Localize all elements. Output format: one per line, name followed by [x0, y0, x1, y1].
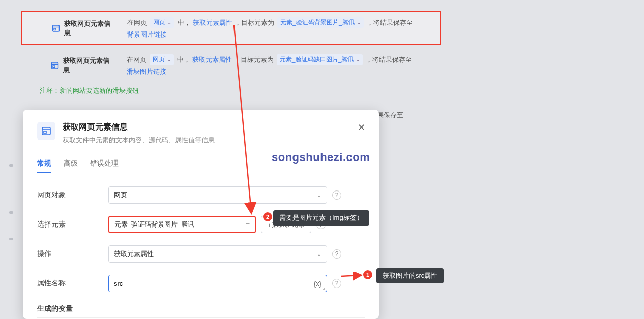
help-icon[interactable]: ?	[332, 190, 341, 200]
web-element-icon	[51, 61, 59, 70]
chevron-down-icon: ⌄	[317, 251, 321, 258]
resize-handle-icon[interactable]	[320, 285, 326, 291]
action-link[interactable]: 获取元素属性	[192, 55, 232, 65]
comment: 注释：新的网站要选新的滑块按钮	[0, 81, 644, 101]
select-page-object[interactable]: 网页 ⌄	[108, 186, 327, 204]
input-attr-name[interactable]: {x}	[108, 275, 327, 292]
svg-line-13	[341, 275, 360, 276]
select-element[interactable]: 元素_验证码背景图片_腾讯 ≡	[108, 216, 256, 233]
attr-name-field[interactable]	[114, 280, 321, 288]
svg-rect-11	[44, 131, 46, 133]
step-description: 在网页 网页⌄ 中， 获取元素属性 ，目标元素为 元素_验证码缺口图片_腾讯⌄ …	[127, 54, 431, 76]
dialog-app-icon	[37, 122, 55, 140]
layers-icon: ≡	[246, 220, 250, 229]
result-link[interactable]: 背景图片链接	[127, 30, 167, 39]
label-generated-variable: 生成的变量	[37, 304, 365, 313]
step-title: 获取网页元素信息	[64, 19, 113, 38]
step-row-2[interactable]: 获取网页元素信息 在网页 网页⌄ 中， 获取元素属性 ，目标元素为 元素_验证码…	[21, 49, 441, 81]
tab-normal[interactable]: 常规	[37, 155, 51, 173]
result-link[interactable]: 滑块图片链接	[127, 67, 166, 76]
annotation-num-2: 2	[263, 212, 272, 221]
step-description: 在网页 网页⌄ 中， 获取元素属性 ，目标元素为 元素_验证码背景图片_腾讯⌄ …	[127, 17, 430, 39]
svg-rect-2	[54, 28, 56, 30]
label-page-object: 网页对象	[37, 190, 108, 200]
tab-error[interactable]: 错误处理	[90, 155, 119, 173]
annotation-tip-element: 需要是图片元素（Img标签）	[273, 210, 369, 226]
dialog-title: 获取网页元素信息	[63, 122, 215, 133]
svg-rect-5	[53, 66, 55, 68]
label-attr-name: 属性名称	[37, 279, 108, 288]
select-operation[interactable]: 获取元素属性 ⌄	[108, 245, 327, 263]
chip-page[interactable]: 网页⌄	[150, 54, 174, 65]
annotation-tip-attr: 获取图片的src属性	[376, 268, 444, 283]
step-row-1[interactable]: 获取网页元素信息 在网页 网页⌄ 中， 获取元素属性 ，目标元素为 元素_验证码…	[21, 11, 441, 45]
close-icon[interactable]: ✕	[357, 123, 366, 132]
tab-advanced[interactable]: 高级	[64, 155, 78, 173]
dialog-subtitle: 获取文件中元素的文本内容、源代码、属性值等信息	[63, 136, 215, 145]
web-element-icon	[52, 24, 60, 33]
label-select-element: 选择元素	[37, 220, 108, 229]
chip-element[interactable]: 元素_验证码背景图片_腾讯⌄	[277, 17, 363, 28]
step-title: 获取网页元素信息	[63, 56, 112, 75]
label-operation: 操作	[37, 249, 108, 259]
watermark: songshuhezi.com	[272, 151, 370, 164]
chevron-down-icon: ⌄	[317, 192, 321, 199]
help-icon[interactable]: ?	[332, 249, 341, 259]
chip-page[interactable]: 网页⌄	[150, 17, 174, 28]
action-link[interactable]: 获取元素属性	[193, 18, 232, 27]
chip-element[interactable]: 元素_验证码缺口图片_腾讯⌄	[277, 54, 363, 65]
